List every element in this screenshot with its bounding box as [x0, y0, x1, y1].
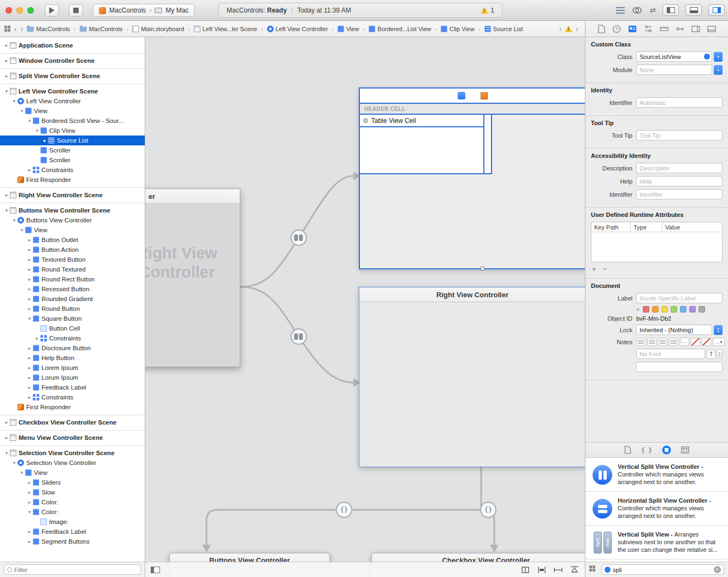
- document-label-field[interactable]: [636, 293, 723, 303]
- disclosure-triangle[interactable]: ▸: [26, 355, 33, 361]
- quick-help-icon[interactable]: ?: [612, 25, 621, 33]
- outline-row[interactable]: Image:: [0, 517, 145, 527]
- disclosure-triangle[interactable]: ▸: [26, 365, 33, 370]
- next-issue-button[interactable]: ›: [576, 25, 578, 33]
- outline-row[interactable]: ▸Constraints: [0, 165, 145, 175]
- disclosure-triangle[interactable]: ▸: [26, 276, 33, 282]
- resize-handle[interactable]: [481, 267, 484, 270]
- breadcrumb-item[interactable]: Source List: [484, 26, 523, 32]
- disclosure-triangle[interactable]: ▸: [42, 138, 48, 143]
- outline-row[interactable]: ▾Buttons View Controller Scene: [0, 203, 145, 215]
- outline-row[interactable]: ▸Button Outlet: [0, 235, 145, 245]
- align-center-button[interactable]: [647, 338, 656, 346]
- breadcrumb-item[interactable]: Clip View: [441, 26, 475, 32]
- disclosure-triangle[interactable]: ▸: [26, 237, 33, 243]
- remove-attribute-button[interactable]: −: [603, 265, 607, 273]
- outline-row[interactable]: ▾Bordered Scroll View - Sour...: [0, 116, 145, 126]
- outline-row[interactable]: ▾Left View Controller Scene: [0, 84, 145, 96]
- outline-row[interactable]: ▸Lorum Ipsum: [0, 373, 145, 382]
- disclosure-triangle[interactable]: ▸: [26, 375, 33, 380]
- outline-row[interactable]: ▸Round Rect Button: [0, 274, 145, 284]
- file-inspector-icon[interactable]: [597, 25, 605, 33]
- table-view-cell[interactable]: ⚙ Table View Cell: [360, 115, 483, 127]
- disclosure-triangle[interactable]: ▸: [3, 73, 10, 79]
- color-swatch[interactable]: [671, 306, 677, 313]
- no-stroke-button[interactable]: [702, 338, 711, 346]
- library-item[interactable]: Vertical Split View Controller - Control…: [585, 458, 728, 492]
- storyboard-canvas[interactable]: {} {} er Right View Controller: [145, 37, 585, 577]
- breadcrumb-item[interactable]: Left View Controller: [267, 26, 328, 32]
- disclosure-triangle[interactable]: ▸: [3, 192, 10, 198]
- library-filter-field[interactable]: ×: [601, 564, 724, 575]
- runtime-attributes-table[interactable]: Key Path Type Value: [591, 222, 723, 262]
- breadcrumb-item[interactable]: Bordered...List View: [369, 26, 431, 32]
- standard-editor-icon[interactable]: [616, 7, 625, 14]
- notes-field[interactable]: [636, 362, 723, 372]
- disclosure-triangle[interactable]: ▸: [26, 499, 33, 505]
- library-grid-view-icon[interactable]: [589, 566, 598, 574]
- outline-row[interactable]: ▸Lorem Ipsum: [0, 363, 145, 373]
- minimize-window-button[interactable]: [16, 7, 23, 14]
- disclosure-triangle[interactable]: ▸: [3, 420, 10, 425]
- disclosure-triangle[interactable]: ▸: [26, 539, 33, 544]
- help-field[interactable]: [636, 176, 723, 186]
- outline-row[interactable]: ▾Left View Controller: [0, 96, 145, 106]
- disclosure-triangle[interactable]: ▾: [3, 208, 10, 213]
- breadcrumb-item[interactable]: MacControls: [80, 26, 123, 32]
- toggle-debug-area-button[interactable]: [685, 4, 702, 16]
- bottom-panel-icon[interactable]: [707, 25, 716, 33]
- disclosure-triangle[interactable]: ▸: [26, 286, 33, 292]
- left-partial-window[interactable]: er Right View Controller: [145, 189, 240, 367]
- color-swatch[interactable]: [661, 306, 668, 313]
- warning-icon[interactable]: [565, 26, 572, 32]
- outline-row[interactable]: ▸Menu View Controller Scene: [0, 430, 145, 443]
- table-header-cell[interactable]: HEADER CELL: [360, 104, 585, 115]
- disclosure-triangle[interactable]: ▾: [19, 470, 25, 475]
- sidebar-panel-icon[interactable]: [691, 25, 700, 33]
- outline-row[interactable]: ▸Constraints: [0, 333, 145, 343]
- connections-inspector-icon[interactable]: [676, 25, 684, 33]
- disclosure-triangle[interactable]: ▸: [26, 490, 33, 495]
- breadcrumb-item[interactable]: View: [338, 26, 359, 32]
- accessibility-identifier-field[interactable]: [636, 189, 723, 199]
- disclosure-triangle[interactable]: ▸: [26, 257, 33, 262]
- toggle-utilities-button[interactable]: [708, 4, 725, 16]
- outline-row[interactable]: ▸Segment Buttons: [0, 537, 145, 546]
- outline-row[interactable]: ▸Constraints: [0, 392, 145, 402]
- outline-row[interactable]: ▾Selection View Controller: [0, 458, 145, 468]
- object-library-icon[interactable]: [662, 445, 671, 455]
- outline-row[interactable]: Scroller: [0, 145, 145, 155]
- outline-row[interactable]: ▾Clip View: [0, 126, 145, 136]
- outline-row[interactable]: ▸Color:: [0, 497, 145, 507]
- source-list-scene[interactable]: HEADER CELL ⚙ Table View Cell: [359, 87, 585, 269]
- lock-popup[interactable]: Inherited - (Nothing): [636, 325, 712, 335]
- table-body[interactable]: ⚙ Table View Cell: [360, 115, 585, 267]
- outline-row[interactable]: ▸Disclosure Button: [0, 343, 145, 353]
- media-library-icon[interactable]: [681, 446, 689, 454]
- lock-popup-button[interactable]: ▴▾: [714, 325, 723, 335]
- zoom-window-button[interactable]: [27, 7, 34, 14]
- toggle-navigator-button[interactable]: [662, 4, 679, 16]
- outline-row[interactable]: ▸Split View Controller Scene: [0, 68, 145, 81]
- outline-row[interactable]: ▸Rounded Gradient: [0, 294, 145, 304]
- library-item[interactable]: Horizontal Split View Controller - Contr…: [585, 492, 728, 526]
- disclosure-triangle[interactable]: ▾: [11, 460, 17, 466]
- library-item[interactable]: SplitViewVertical Split View - Arranges …: [585, 526, 728, 560]
- no-color-icon[interactable]: ×: [636, 306, 640, 313]
- breadcrumb-item[interactable]: Left View...ler Scene: [194, 26, 257, 32]
- disclosure-triangle[interactable]: ▾: [19, 108, 25, 114]
- disclosure-triangle[interactable]: ▸: [26, 296, 33, 302]
- version-editor-icon[interactable]: ⇄: [650, 6, 656, 14]
- align-right-button[interactable]: [658, 338, 667, 346]
- disclosure-triangle[interactable]: ▸: [26, 395, 33, 400]
- outline-row[interactable]: ▸Button Action: [0, 245, 145, 255]
- outline-row[interactable]: ▸Source List: [0, 136, 145, 145]
- outline-row[interactable]: ▸Sliders: [0, 478, 145, 487]
- disclosure-triangle[interactable]: ▸: [26, 480, 33, 485]
- dashed-style-button[interactable]: [680, 338, 689, 346]
- outline-row[interactable]: Button Cell: [0, 323, 145, 333]
- outline-row[interactable]: ▾View: [0, 225, 145, 235]
- outline-row[interactable]: ▸Checkbox View Controller Scene: [0, 415, 145, 427]
- outline-row[interactable]: ▸Window Controller Scene: [0, 53, 145, 66]
- disclosure-triangle[interactable]: ▸: [26, 385, 33, 390]
